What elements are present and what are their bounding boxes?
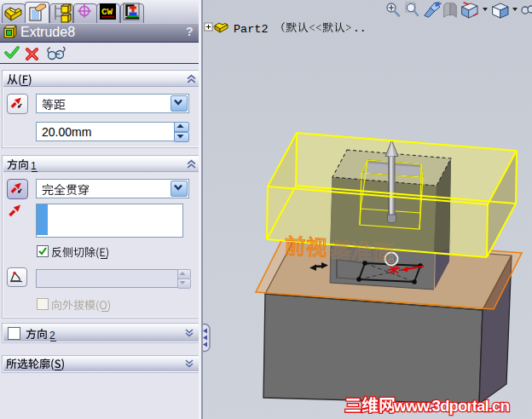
svg-text:www.3dportal.cn: www.3dportal.cn [393, 397, 510, 415]
svg-text:CW: CW [101, 7, 113, 17]
svg-text:Part2: Part2 [234, 23, 269, 36]
svg-text:..: .. [353, 22, 367, 35]
